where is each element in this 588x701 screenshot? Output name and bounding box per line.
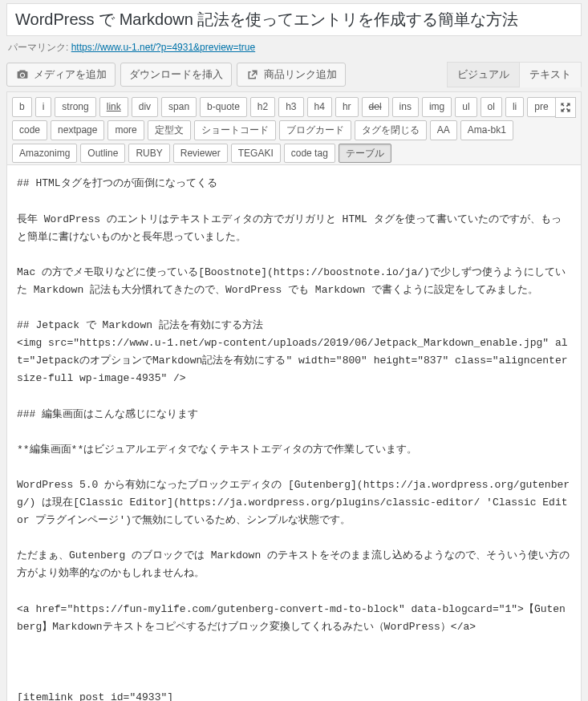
qt-strong[interactable]: strong	[55, 97, 95, 117]
qt-img[interactable]: img	[422, 97, 452, 117]
qt-タグを閉じる[interactable]: タグを閉じる	[355, 120, 427, 140]
qt-div[interactable]: div	[132, 97, 158, 117]
qt-more[interactable]: more	[107, 120, 144, 140]
qt-code-tag[interactable]: code tag	[284, 144, 335, 164]
qt-pre[interactable]: pre	[527, 97, 555, 117]
qt-Amazonimg[interactable]: Amazonimg	[12, 144, 77, 164]
qt-Ama-bk1[interactable]: Ama-bk1	[460, 120, 513, 140]
camera-icon	[15, 67, 30, 82]
qt-code[interactable]: code	[12, 120, 47, 140]
media-button-row: メディアを追加 ダウンロードを挿入 商品リンク追加 ビジュアル テキスト	[6, 63, 582, 87]
qt-link[interactable]: link	[99, 97, 128, 117]
qt-hr[interactable]: hr	[335, 97, 359, 117]
qt-ul[interactable]: ul	[455, 97, 476, 117]
qt-Reviewer[interactable]: Reviewer	[173, 144, 228, 164]
qt-b[interactable]: b	[12, 97, 32, 117]
qt-b-quote[interactable]: b-quote	[200, 97, 247, 117]
qt-ショートコード[interactable]: ショートコード	[194, 120, 276, 140]
qt-AA[interactable]: AA	[430, 120, 457, 140]
quicktags-toolbar: bistronglinkdivspanb-quoteh2h3h4hrdelins…	[7, 92, 581, 164]
qt-nextpage[interactable]: nextpage	[51, 120, 104, 140]
qt-li[interactable]: li	[505, 97, 524, 117]
add-media-button[interactable]: メディアを追加	[6, 63, 116, 87]
qt-Outline[interactable]: Outline	[80, 144, 125, 164]
external-link-icon	[245, 67, 260, 82]
post-title-input[interactable]: WordPress で Markdown 記法を使ってエントリを作成する簡単な方…	[6, 3, 582, 36]
editor-mode-tabs: ビジュアル テキスト	[447, 62, 582, 87]
qt-h2[interactable]: h2	[250, 97, 275, 117]
permalink-url[interactable]: https://www.u-1.net/?p=4931&preview=true	[71, 42, 255, 53]
qt-定型文[interactable]: 定型文	[148, 120, 191, 140]
product-link-label: 商品リンク追加	[264, 67, 337, 82]
content-textarea[interactable]: ## HTMLタグを打つのが面倒になってくる 長年 WordPress のエント…	[7, 164, 581, 701]
insert-download-button[interactable]: ダウンロードを挿入	[120, 63, 232, 87]
qt-ins[interactable]: ins	[392, 97, 419, 117]
qt-ol[interactable]: ol	[481, 97, 502, 117]
editor-container: bistronglinkdivspanb-quoteh2h3h4hrdelins…	[6, 91, 582, 701]
qt-span[interactable]: span	[161, 97, 197, 117]
qt-del[interactable]: del	[362, 97, 389, 117]
product-link-button[interactable]: 商品リンク追加	[237, 63, 346, 87]
permalink-label: パーマリンク:	[8, 42, 68, 53]
permalink-row: パーマリンク: https://www.u-1.net/?p=4931&prev…	[8, 41, 580, 55]
qt-h3[interactable]: h3	[278, 97, 303, 117]
post-title-text: WordPress で Markdown 記法を使ってエントリを作成する簡単な方…	[15, 10, 518, 28]
qt-ブログカード[interactable]: ブログカード	[279, 120, 351, 140]
insert-download-label: ダウンロードを挿入	[129, 67, 223, 82]
qt-RUBY[interactable]: RUBY	[128, 144, 169, 164]
qt-h4[interactable]: h4	[307, 97, 332, 117]
tab-visual[interactable]: ビジュアル	[447, 62, 520, 87]
qt-TEGAKI[interactable]: TEGAKI	[231, 144, 281, 164]
fullscreen-button[interactable]	[555, 97, 576, 118]
tab-text[interactable]: テキスト	[520, 62, 582, 87]
fullscreen-icon	[559, 101, 572, 114]
qt-i[interactable]: i	[35, 97, 52, 117]
add-media-label: メディアを追加	[34, 67, 107, 82]
qt-テーブル[interactable]: テーブル	[339, 144, 391, 164]
